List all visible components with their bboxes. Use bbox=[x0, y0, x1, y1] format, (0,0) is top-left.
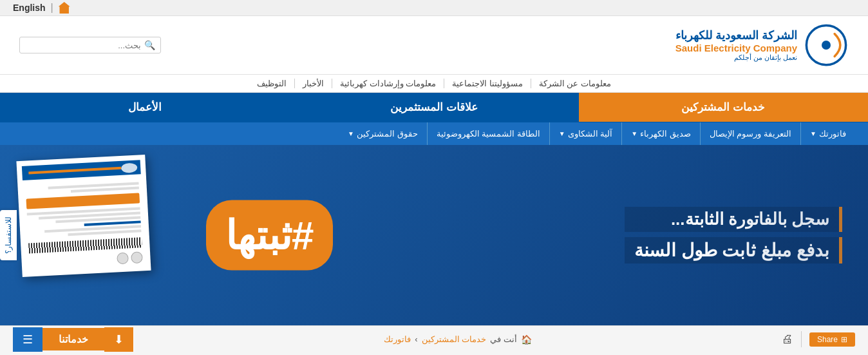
hand-holding bbox=[675, 145, 868, 325]
subnav-item-6[interactable]: حقوق المشتركين ▼ bbox=[339, 122, 427, 145]
invoice-header-line bbox=[28, 167, 121, 175]
bottom-bar: ⊞ Share 🖨 🏠 أنت في خدمات المشتركين › فات… bbox=[0, 325, 868, 352]
breadcrumb-home-label: أنت في bbox=[490, 334, 517, 344]
top-bar-left: English | bbox=[13, 2, 70, 14]
invoice-seal bbox=[131, 251, 143, 264]
company-name-en: Saudi Electricity Company bbox=[675, 43, 797, 53]
invoice-header-stripe bbox=[22, 160, 141, 180]
nav-secondary-item-2[interactable]: مسؤوليتنا الاجتماعية bbox=[444, 79, 531, 88]
chevron-down-icon-2: ▼ bbox=[631, 130, 637, 137]
invoice-barcode bbox=[28, 237, 142, 253]
download-button[interactable]: ⬇ bbox=[104, 327, 134, 352]
nav-secondary-item-5[interactable]: التوظيف bbox=[249, 79, 294, 88]
breadcrumb-separator: › bbox=[415, 334, 417, 344]
secondary-nav: معلومات عن الشركة مسؤوليتنا الاجتماعية م… bbox=[0, 74, 868, 93]
nav-secondary-item-4[interactable]: الأخبار bbox=[294, 79, 332, 88]
chevron-down-icon-3: ▼ bbox=[559, 130, 565, 137]
sub-nav: فاتورتك ▼ التعريفة ورسوم الإيصال صديق ال… bbox=[0, 122, 868, 145]
logo-text: الشركة السعودية للكهرباء Saudi Electrici… bbox=[675, 28, 797, 62]
chevron-down-icon: ▼ bbox=[810, 130, 816, 137]
divider bbox=[801, 331, 802, 347]
invoice-body bbox=[23, 177, 146, 271]
search-box[interactable]: 🔍 bbox=[19, 37, 161, 53]
breadcrumb: 🏠 أنت في خدمات المشتركين › فاتورتك bbox=[384, 334, 532, 345]
download-icon: ⬇ bbox=[114, 333, 124, 346]
nav-main-item-1[interactable]: خدمات المشتركين bbox=[579, 93, 868, 122]
search-icon: 🔍 bbox=[144, 40, 155, 50]
subnav-item-4[interactable]: آلية الشكاوى ▼ bbox=[549, 122, 622, 145]
share-icon: ⊞ bbox=[841, 335, 847, 344]
logo-area: الشركة السعودية للكهرباء Saudi Electrici… bbox=[675, 23, 849, 68]
bottom-bar-right: ⬇ خدماتنا ☰ bbox=[13, 327, 134, 352]
svg-point-1 bbox=[822, 41, 831, 50]
subnav-item-1[interactable]: فاتورتك ▼ bbox=[800, 122, 855, 145]
hero-banner: للاستفسار؟ سجل بالفاتورة الثابتة... بدفع… bbox=[0, 145, 868, 325]
invoice-seal-2 bbox=[117, 252, 129, 264]
header: 🔍 الشركة السعودية للكهرباء Saudi Electri… bbox=[0, 16, 868, 74]
company-name-ar: الشركة السعودية للكهرباء bbox=[675, 28, 797, 43]
nav-secondary-item-3[interactable]: معلومات وإرشادات كهربائية bbox=[332, 79, 444, 88]
main-nav: خدمات المشتركين علاقات المستثمرين الأعما… bbox=[0, 93, 868, 122]
khadamat-button[interactable]: خدماتنا bbox=[42, 328, 104, 350]
hamburger-icon: ☰ bbox=[23, 333, 33, 346]
invoice-logo-mini bbox=[121, 162, 138, 173]
hero-hashtag: #ثبتها bbox=[206, 200, 333, 271]
breadcrumb-link-2[interactable]: فاتورتك bbox=[384, 334, 411, 344]
bottom-bar-left: ⊞ Share 🖨 bbox=[782, 331, 855, 347]
subnav-item-2[interactable]: التعريفة ورسوم الإيصال bbox=[700, 122, 800, 145]
breadcrumb-link-1[interactable]: خدمات المشتركين bbox=[422, 334, 487, 344]
separator: | bbox=[51, 2, 53, 14]
search-input[interactable] bbox=[32, 41, 141, 50]
nav-main-item-3[interactable]: الأعمال bbox=[0, 93, 289, 122]
share-button[interactable]: ⊞ Share bbox=[809, 332, 855, 347]
invoice-orange-bar bbox=[26, 193, 140, 209]
top-bar: English | bbox=[0, 0, 868, 16]
company-tagline: نعمل بإتقان من أجلكم bbox=[675, 53, 797, 62]
nav-secondary-item-1[interactable]: معلومات عن الشركة bbox=[531, 79, 619, 88]
side-inquiry-tab[interactable]: للاستفسار؟ bbox=[0, 210, 17, 260]
invoice-mockup bbox=[16, 155, 151, 277]
nav-main-item-2[interactable]: علاقات المستثمرين bbox=[289, 93, 578, 122]
invoice-footer bbox=[29, 251, 143, 269]
menu-button[interactable]: ☰ bbox=[13, 327, 42, 352]
company-logo-icon bbox=[804, 23, 849, 68]
chevron-down-icon-4: ▼ bbox=[348, 130, 354, 137]
print-icon[interactable]: 🖨 bbox=[782, 332, 793, 346]
subnav-item-5[interactable]: الطاقة الشمسية الكهروضوئية bbox=[427, 122, 549, 145]
breadcrumb-home-icon: 🏠 bbox=[521, 334, 532, 345]
language-label[interactable]: English bbox=[13, 3, 46, 13]
subnav-item-3[interactable]: صديق الكهرباء ▼ bbox=[621, 122, 700, 145]
home-icon[interactable] bbox=[59, 2, 70, 14]
